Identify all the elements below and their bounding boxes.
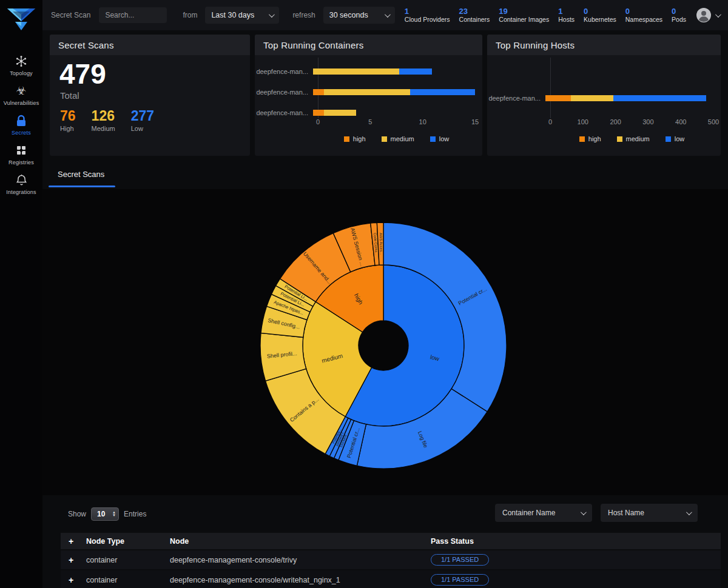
- lock-icon: [0, 114, 42, 127]
- chevron-down-icon: [269, 12, 275, 18]
- sidebar-item-label: Vulnerabilities: [0, 100, 42, 106]
- sidebar-item-secrets[interactable]: Secrets: [0, 114, 42, 136]
- sidebar-item-label: Topology: [0, 70, 42, 76]
- bar-track: [545, 95, 713, 101]
- chevron-down-icon: [715, 12, 721, 18]
- bar-track: [313, 110, 475, 116]
- bar-category-label: deepfence-man...: [255, 109, 313, 116]
- entries-stepper[interactable]: 10 ▲▼: [91, 507, 119, 521]
- stepper-arrows-icon: ▲▼: [112, 511, 116, 517]
- container-name-filter[interactable]: Container Name: [495, 504, 592, 522]
- legend-item-low[interactable]: low: [666, 135, 685, 142]
- sidebar-item-topology[interactable]: Topology: [0, 55, 42, 76]
- stat-containers[interactable]: 23Containers: [459, 7, 490, 23]
- total-label: Total: [60, 90, 250, 101]
- x-axis: 0100200300400500: [550, 118, 713, 128]
- user-menu[interactable]: [696, 7, 720, 23]
- axis-tick-label: 400: [675, 118, 686, 125]
- bar-segment-medium[interactable]: [324, 89, 410, 95]
- topology-icon: [0, 55, 42, 68]
- legend-item-medium[interactable]: medium: [617, 135, 650, 142]
- pass-status-badge[interactable]: 1/1 PASSED: [431, 574, 489, 586]
- column-header: Node Type: [85, 537, 169, 546]
- scan-results-table: +Node TypeNodePass Status+containerdeepf…: [61, 533, 721, 588]
- bar-segment-low[interactable]: [613, 95, 706, 101]
- expand-row-button[interactable]: +: [61, 575, 85, 585]
- refresh-interval-select[interactable]: 30 seconds: [323, 7, 395, 24]
- bar-row: deepfence-man...: [255, 68, 482, 75]
- bar-segment-high[interactable]: [313, 110, 324, 116]
- time-range-select[interactable]: Last 30 days: [205, 7, 279, 24]
- chevron-down-icon: [686, 509, 692, 515]
- expand-all-button[interactable]: +: [61, 536, 85, 546]
- card-title: Top Running Containers: [263, 40, 363, 50]
- show-label: Show: [68, 510, 86, 518]
- legend-label: medium: [391, 135, 414, 142]
- pass-status-cell: 1/1 PASSED: [430, 554, 721, 566]
- bar-segment-medium[interactable]: [324, 110, 356, 116]
- filter-value: Container Name: [502, 509, 555, 517]
- legend-label: low: [675, 135, 685, 142]
- registry-icon: [0, 144, 42, 157]
- deepfence-logo-icon[interactable]: [7, 6, 36, 33]
- legend-label: high: [353, 135, 366, 142]
- card-body: 479 Total 76 High 126 Medium 277 Low: [50, 59, 250, 156]
- bar-segment-high[interactable]: [545, 95, 571, 101]
- legend-item-medium[interactable]: medium: [382, 135, 414, 142]
- column-header: Pass Status: [430, 537, 721, 546]
- card-header: Secret Scans: [50, 35, 250, 55]
- stat-cloud-providers[interactable]: 1Cloud Providers: [405, 7, 450, 23]
- legend-item-low[interactable]: low: [430, 135, 450, 142]
- pass-status-badge[interactable]: 1/1 PASSED: [431, 554, 489, 566]
- severity-low[interactable]: 277 Low: [131, 108, 154, 132]
- card-title: Secret Scans: [58, 40, 114, 50]
- stat-container-images[interactable]: 19Container Images: [499, 7, 549, 23]
- legend-swatch: [579, 136, 585, 142]
- active-tab-underline: [49, 185, 115, 187]
- legend-item-high[interactable]: high: [344, 135, 366, 142]
- bar-segment-medium[interactable]: [313, 68, 399, 75]
- secret-scans-summary-card: Secret Scans 479 Total 76 High 126 Mediu…: [50, 35, 250, 156]
- pass-status-cell: 1/1 PASSED: [430, 574, 721, 586]
- stat-hosts[interactable]: 1Hosts: [558, 7, 575, 23]
- sidebar-item-integrations[interactable]: Integrations: [0, 173, 42, 195]
- axis-tick-label: 500: [708, 118, 719, 125]
- axis-tick-label: 0: [548, 118, 552, 125]
- node-type-cell: container: [85, 556, 169, 564]
- axis-tick-label: 0: [316, 118, 320, 125]
- bar-segment-medium[interactable]: [571, 95, 613, 101]
- search-input[interactable]: [99, 7, 167, 23]
- bar-segment-low[interactable]: [399, 68, 431, 75]
- scan-type-label: Secret Scan: [51, 11, 90, 19]
- axis-tick-label: 300: [642, 118, 653, 125]
- tab-secret-scans[interactable]: Secret Scans: [58, 170, 104, 179]
- stat-pods[interactable]: 0Pods: [672, 7, 686, 23]
- secret-scans-sunburst[interactable]: lowPotential cr...Log filePotential cr..…: [259, 221, 508, 470]
- severity-medium[interactable]: 126 Medium: [92, 108, 115, 132]
- column-header: Node: [169, 537, 430, 546]
- axis-tick-label: 200: [610, 118, 621, 125]
- severity-counts: 76 High 126 Medium 277 Low: [60, 108, 250, 132]
- table-row[interactable]: +containerdeepfence-management-console/w…: [61, 570, 721, 588]
- bar-track: [313, 89, 475, 95]
- bar-category-label: deepfence-man...: [255, 89, 313, 96]
- refresh-label: refresh: [292, 11, 315, 19]
- stat-kubernetes[interactable]: 0Kubernetes: [584, 7, 616, 23]
- legend-label: low: [439, 135, 450, 142]
- legend-swatch: [382, 136, 387, 142]
- severity-high[interactable]: 76 High: [60, 108, 76, 132]
- tabbar: Secret Scans: [49, 165, 721, 187]
- host-name-filter[interactable]: Host Name: [601, 504, 698, 522]
- filter-value: Host Name: [608, 509, 644, 517]
- sidebar-item-registries[interactable]: Registries: [0, 144, 42, 165]
- stat-namespaces[interactable]: 0Namespaces: [625, 7, 662, 23]
- bar-segment-low[interactable]: [410, 89, 475, 95]
- entries-label: Entries: [124, 510, 146, 518]
- legend-item-high[interactable]: high: [579, 135, 601, 142]
- expand-row-button[interactable]: +: [61, 555, 85, 565]
- bar-segment-high[interactable]: [313, 89, 324, 95]
- total-count: 479: [59, 59, 250, 89]
- chevron-down-icon: [385, 12, 391, 18]
- table-row[interactable]: +containerdeepfence-management-console/t…: [61, 550, 721, 569]
- sidebar-item-vulnerabilities[interactable]: ☣ Vulnerabilities: [0, 84, 42, 106]
